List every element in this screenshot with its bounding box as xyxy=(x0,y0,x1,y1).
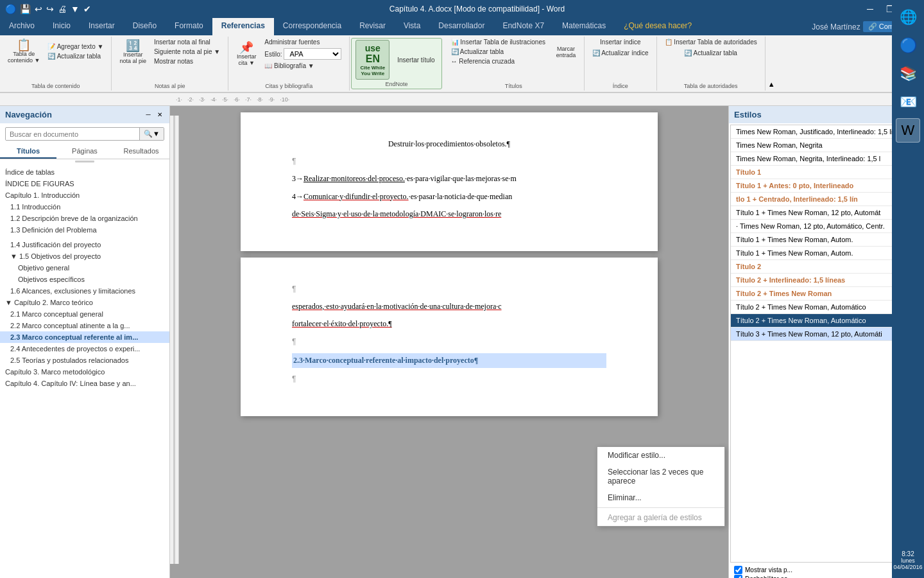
doc-line-1: Destruir·los·procedimientos·obsoletos.¶ xyxy=(292,138,606,150)
context-menu-modificar[interactable]: Modificar estilo... xyxy=(597,447,724,464)
tab-endnote[interactable]: EndNote X7 xyxy=(493,18,553,35)
tab-inicio[interactable]: Inicio xyxy=(44,18,80,35)
nav-item-cap4[interactable]: Capítulo 4. Capítulo IV: Línea base y an… xyxy=(0,378,169,389)
nav-collapse-button[interactable]: ─ xyxy=(144,110,153,119)
cite-icon: 📌 xyxy=(239,42,253,53)
insertar-nota-pie-button[interactable]: 🔢 Insertar nota al pie xyxy=(117,39,149,66)
endnote-buttons: use EN Cite While You Write Insertar tít… xyxy=(355,40,437,80)
referencia-cruzada-button[interactable]: ↔ Referencia cruzada xyxy=(449,57,548,66)
group-toc-label: Tabla de contenido xyxy=(31,83,80,89)
insertar-tabla-ilustraciones-button[interactable]: 📊 Insertar Tabla de ilustraciones xyxy=(449,38,548,46)
use-en-button[interactable]: use EN Cite While You Write xyxy=(355,40,389,80)
citas-buttons: 📌 Insertar cita ▼ Administrar fuentes Es… xyxy=(234,38,344,71)
nav-pane-header: Navegación ─ ✕ xyxy=(0,106,169,123)
nav-item-objetivos-especificos[interactable]: Objetivos específicos xyxy=(0,274,169,285)
nav-item-cap3[interactable]: Capítulo 3. Marco metodológico xyxy=(0,366,169,378)
tab-matematicas[interactable]: Matemáticas xyxy=(553,18,615,35)
taskbar-ie-icon[interactable]: 🌐 xyxy=(896,5,920,30)
nav-tabs: Títulos Páginas Resultados xyxy=(0,144,169,159)
nav-search-button[interactable]: 🔍▼ xyxy=(139,128,164,140)
insertar-tabla-autoridades-button[interactable]: 📋 Insertar Tabla de autoridades xyxy=(662,38,760,46)
tab-vista[interactable]: Vista xyxy=(395,18,429,35)
window-title: Capítulo 4. A.docx [Modo de compatibilid… xyxy=(91,4,863,13)
tab-correspondencia[interactable]: Correspondencia xyxy=(274,18,350,35)
nav-pane-controls: ─ ✕ xyxy=(144,110,164,119)
customize-icon[interactable]: ✔ xyxy=(83,4,91,14)
nav-item-indice-figuras[interactable]: ÍNDICE DE FIGURAS xyxy=(0,178,169,189)
checkbox-mostrar-vista[interactable] xyxy=(734,566,742,574)
actualizar-tabla-autoridades-button[interactable]: 🔄 Actualizar tabla xyxy=(681,49,740,57)
checkbox-deshabilitar[interactable] xyxy=(734,575,742,578)
insertar-cita-button[interactable]: 📌 Insertar cita ▼ xyxy=(234,40,259,67)
tab-help[interactable]: ¿Qué desea hacer? xyxy=(615,18,701,35)
nav-item-1-5[interactable]: ▼ 1.5 Objetivos del proyecto xyxy=(0,250,169,262)
actualizar-tabla-toc-button[interactable]: 🔄 Actualizar tabla xyxy=(45,52,106,60)
mostrar-notas-button[interactable]: Mostrar notas xyxy=(151,57,223,66)
actualizar-tabla-titulos-button[interactable]: 🔄 Actualizar tabla xyxy=(449,48,548,56)
tabla-contenido-button[interactable]: 📋 Tabla de contenido ▼ xyxy=(5,38,42,65)
nav-item-1-6[interactable]: 1.6 Alcances, exclusiones y limitaciones xyxy=(0,285,169,297)
minimize-button[interactable]: ─ xyxy=(863,3,877,15)
left-scroll-indicator xyxy=(170,116,179,564)
style-select[interactable]: APA xyxy=(284,48,341,60)
taskbar-clock: 8:32 lunes 04/04/2016 xyxy=(891,548,924,573)
tab-archivo[interactable]: Archivo xyxy=(0,18,44,35)
nav-item-1-4[interactable]: 1.4 Justificación del proyecto xyxy=(0,236,169,250)
taskbar-chrome-icon[interactable]: 🔵 xyxy=(896,33,920,58)
context-menu-separator xyxy=(597,507,724,508)
nav-search-input[interactable] xyxy=(6,128,139,140)
nav-item-2-3[interactable]: 2.3 Marco conceptual referente al im... xyxy=(0,331,169,343)
nav-item-2-5[interactable]: 2.5 Teorías y postulados relacionados xyxy=(0,355,169,366)
tab-diseno[interactable]: Diseño xyxy=(124,18,166,35)
nav-item-1-2[interactable]: 1.2 Descripción breve de la organización xyxy=(0,213,169,224)
taskbar-app3-icon[interactable]: 📚 xyxy=(896,62,920,86)
ribbon: Archivo Inicio Insertar Diseño Formato R… xyxy=(0,18,924,93)
nav-item-2-2[interactable]: 2.2 Marco conceptual atinente a la g... xyxy=(0,320,169,331)
nav-resize-handle[interactable] xyxy=(0,159,169,164)
nav-item-2-1[interactable]: 2.1 Marco conceptual general xyxy=(0,308,169,320)
tab-formato[interactable]: Formato xyxy=(166,18,212,35)
print-icon[interactable]: 🖨 xyxy=(58,4,67,14)
document-page-1[interactable]: Destruir·los·procedimientos·obsoletos.¶ … xyxy=(241,112,658,251)
tab-referencias[interactable]: Referencias xyxy=(212,18,274,35)
nav-item-1-1[interactable]: 1.1 Introducción xyxy=(0,201,169,213)
marcar-entrada-button[interactable]: Marcar entrada xyxy=(553,44,579,60)
context-menu-eliminar[interactable]: Eliminar... xyxy=(597,489,724,506)
save-icon[interactable]: 💾 xyxy=(20,4,31,14)
siguiente-nota-button[interactable]: Siguiente nota al pie ▼ xyxy=(151,48,223,56)
nav-tab-paginas[interactable]: Páginas xyxy=(56,144,113,159)
group-citas-label: Citas y bibliografía xyxy=(265,83,312,89)
redo-icon[interactable]: ↪ xyxy=(46,4,54,14)
agregar-texto-button[interactable]: 📝 Agregar texto ▼ xyxy=(45,42,106,51)
undo-icon[interactable]: ↩ xyxy=(35,4,42,14)
context-menu-seleccionar[interactable]: Seleccionar las 2 veces que aparece xyxy=(597,464,724,489)
nav-close-button[interactable]: ✕ xyxy=(155,110,164,119)
nav-item-1-3[interactable]: 1.3 Definición del Problema xyxy=(0,224,169,236)
nav-tab-resultados[interactable]: Resultados xyxy=(113,144,169,159)
doc-line-5: de·Seis·Sigma·y·el·uso·de·la·metodología… xyxy=(292,208,606,220)
tab-insertar[interactable]: Insertar xyxy=(80,18,124,35)
nav-item-indice-tablas[interactable]: Índice de tablas xyxy=(0,166,169,178)
estilo-button[interactable]: Estilo: APA xyxy=(262,48,344,60)
insertar-nota-final-button[interactable]: Insertar nota al final xyxy=(151,38,223,46)
taskbar-word-icon[interactable]: W xyxy=(896,118,920,143)
collapse-ribbon-button[interactable]: ▲ xyxy=(768,37,775,91)
document-page-2[interactable]: ¶ esperados,·esto·ayudará·en·la·motivaci… xyxy=(241,258,658,416)
bibliografia-button[interactable]: 📖 Bibliografía ▼ xyxy=(262,62,344,70)
nav-item-cap1[interactable]: Capítulo 1. Introducción xyxy=(0,189,169,201)
nav-tab-titulos[interactable]: Títulos xyxy=(0,144,56,159)
group-endnote-label: EndNote xyxy=(385,81,407,87)
group-notas-label: Notas al pie xyxy=(155,83,185,89)
nav-item-cap2[interactable]: ▼ Capítulo 2. Marco teórico xyxy=(0,297,169,308)
group-indice: Insertar índice 🔄 Actualizar índice Índi… xyxy=(585,37,657,91)
insertar-indice-button[interactable]: Insertar índice xyxy=(597,38,643,46)
nav-item-2-4[interactable]: 2.4 Antecedentes de proyectos o experi..… xyxy=(0,343,169,355)
insertar-titulo-button[interactable]: Insertar título xyxy=(395,56,437,64)
nav-item-objetivo-general[interactable]: Objetivo general xyxy=(0,262,169,274)
tab-revisar[interactable]: Revisar xyxy=(350,18,395,35)
actualizar-indice-button[interactable]: 🔄 Actualizar índice xyxy=(590,49,651,57)
dropdown-icon[interactable]: ▼ xyxy=(71,4,80,14)
taskbar-outlook-icon[interactable]: 📧 xyxy=(896,90,920,114)
admin-fuentes-button[interactable]: Administrar fuentes xyxy=(262,38,344,46)
tab-desarrollador[interactable]: Desarrollador xyxy=(429,18,493,35)
